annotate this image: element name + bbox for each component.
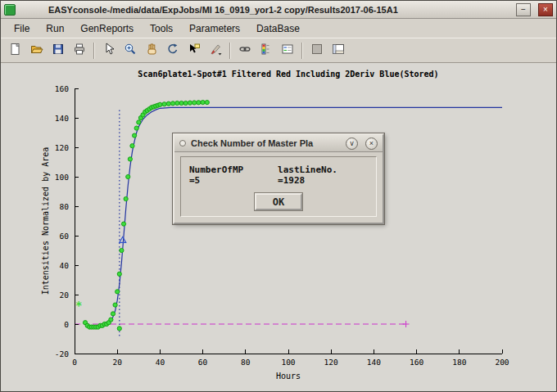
edit-arrow-icon xyxy=(102,43,115,59)
zoom-in-button[interactable] xyxy=(120,41,141,61)
toolbar xyxy=(1,38,556,63)
svg-text:60: 60 xyxy=(60,232,70,241)
svg-text:120: 120 xyxy=(324,358,338,367)
number-of-mp-value: NumberOfMP =5 xyxy=(189,164,258,186)
svg-text:Scan6plate1-Spot#1 Filtered Re: Scan6plate1-Spot#1 Filtered Red Includin… xyxy=(138,70,438,79)
app-window: EASYconsole-/media/data/ExpJobs/MI 16_09… xyxy=(0,0,557,392)
svg-text:100: 100 xyxy=(281,358,295,367)
menu-parameters[interactable]: Parameters xyxy=(181,20,248,37)
svg-text:100: 100 xyxy=(55,173,69,182)
open-folder-icon xyxy=(30,43,43,59)
last-line-no-value: lastLineNo. =1928 xyxy=(278,164,368,186)
data-cursor-button[interactable] xyxy=(183,41,205,61)
data-cursor-icon xyxy=(188,43,201,59)
pan-button[interactable] xyxy=(141,41,162,61)
svg-text:0: 0 xyxy=(64,320,69,329)
check-master-plates-dialog: Check Number of Master Pla ∨ × NumberOfM… xyxy=(173,133,384,224)
hide-plot-tools-button[interactable] xyxy=(306,41,328,61)
svg-text:160: 160 xyxy=(410,358,423,367)
toolbar-separator xyxy=(229,43,231,59)
save-floppy-icon xyxy=(52,43,65,59)
menu-database[interactable]: DataBase xyxy=(248,20,308,37)
pan-hand-icon xyxy=(145,43,158,59)
new-figure-icon xyxy=(9,43,22,59)
brush-data-button[interactable] xyxy=(205,41,226,61)
svg-text:120: 120 xyxy=(55,143,69,152)
svg-text:40: 40 xyxy=(156,358,165,367)
dialog-message: NumberOfMP =5 lastLineNo. =1928 xyxy=(189,164,368,186)
hide-plot-tools-icon xyxy=(310,43,324,59)
link-icon xyxy=(238,43,251,59)
svg-text:140: 140 xyxy=(367,358,381,367)
dialog-collapse-button[interactable]: ∨ xyxy=(346,137,358,150)
svg-text:80: 80 xyxy=(241,358,251,367)
brush-icon xyxy=(209,43,222,59)
rotate-3d-button[interactable] xyxy=(162,41,183,61)
toolbar-separator xyxy=(93,43,95,59)
dialog-close-button[interactable]: × xyxy=(365,137,378,150)
svg-text:200: 200 xyxy=(495,358,509,367)
dialog-title-bar[interactable]: Check Number of Master Pla ∨ × xyxy=(174,135,383,152)
svg-text:Hours: Hours xyxy=(276,372,301,381)
svg-text:Intensities Normalized by Area: Intensities Normalized by Area xyxy=(41,147,50,295)
svg-text:160: 160 xyxy=(55,84,69,93)
svg-text:40: 40 xyxy=(60,261,70,270)
dialog-menu-icon xyxy=(179,140,186,146)
svg-text:60: 60 xyxy=(198,358,208,367)
insert-legend-button[interactable] xyxy=(277,41,298,61)
figure-area: *020406080100120140160180200-20020406080… xyxy=(1,63,556,391)
window-title: EASYconsole-/media/data/ExpJobs/MI 16_09… xyxy=(20,5,509,15)
dialog-title: Check Number of Master Pla xyxy=(191,138,338,148)
svg-text:20: 20 xyxy=(60,291,70,300)
link-plot-button[interactable] xyxy=(234,41,256,61)
zoom-in-icon xyxy=(124,43,137,59)
menu-run[interactable]: Run xyxy=(38,20,72,37)
colorbar-icon xyxy=(260,43,273,59)
toolbar-separator xyxy=(301,43,303,59)
menu-genreports[interactable]: GenReports xyxy=(72,20,142,37)
legend-icon xyxy=(281,43,294,59)
svg-text:140: 140 xyxy=(55,114,69,123)
plot-canvas[interactable]: *020406080100120140160180200-20020406080… xyxy=(1,63,556,391)
minimize-button[interactable]: − xyxy=(516,3,531,16)
print-button[interactable] xyxy=(69,41,90,61)
dialog-body-panel: NumberOfMP =5 lastLineNo. =1928 OK xyxy=(180,156,377,217)
show-plot-tools-button[interactable] xyxy=(328,41,349,61)
new-figure-button[interactable] xyxy=(5,41,26,61)
app-icon xyxy=(4,4,16,16)
rotate-icon xyxy=(166,43,179,59)
close-button[interactable]: × xyxy=(538,3,553,16)
open-file-button[interactable] xyxy=(26,41,48,61)
menu-file[interactable]: File xyxy=(6,20,38,37)
svg-text:80: 80 xyxy=(60,202,70,211)
show-plot-tools-icon xyxy=(332,43,345,59)
save-button[interactable] xyxy=(48,41,69,61)
svg-text:20: 20 xyxy=(112,358,122,367)
edit-plot-button[interactable] xyxy=(98,41,120,61)
ok-button[interactable]: OK xyxy=(255,193,302,210)
svg-text:0: 0 xyxy=(72,358,77,367)
menu-tools[interactable]: Tools xyxy=(142,20,181,37)
menu-bar: File Run GenReports Tools Parameters Dat… xyxy=(1,19,556,38)
svg-text:*: * xyxy=(75,299,82,312)
svg-text:180: 180 xyxy=(452,358,466,367)
print-icon xyxy=(73,43,86,59)
insert-colorbar-button[interactable] xyxy=(256,41,277,61)
window-title-bar[interactable]: EASYconsole-/media/data/ExpJobs/MI 16_09… xyxy=(1,1,556,19)
svg-text:-20: -20 xyxy=(55,349,69,358)
